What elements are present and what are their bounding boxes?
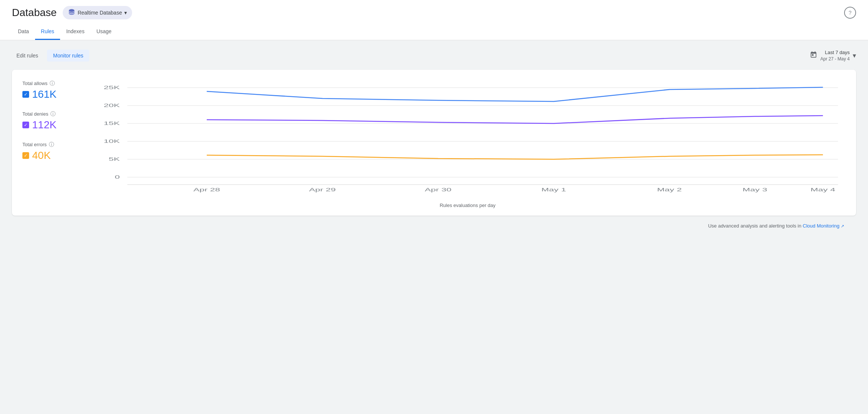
legend-panel: Total allows ⓘ ✓ 161K Total denies ⓘ	[22, 80, 90, 208]
toolbar-right: Last 7 days Apr 27 - May 4 ▾	[810, 49, 856, 62]
svg-text:May 4: May 4	[811, 187, 836, 192]
chart-area: 25K 20K 15K 10K 5K 0 Apr 28 Apr 29 Apr 3…	[90, 80, 846, 208]
legend-errors-label: Total errors	[22, 142, 47, 147]
calendar-icon	[810, 51, 817, 60]
denies-checkbox[interactable]: ✓	[22, 122, 29, 128]
legend-errors-value: ✓ 40K	[22, 150, 81, 161]
svg-text:May 2: May 2	[657, 187, 682, 192]
header-right: ?	[844, 7, 856, 19]
tab-data[interactable]: Data	[12, 24, 35, 40]
date-range-subtitle: Apr 27 - May 4	[820, 56, 850, 62]
help-icon[interactable]: ?	[844, 7, 856, 19]
toolbar: Edit rules Monitor rules Last 7 days Apr…	[12, 49, 856, 62]
tab-rules[interactable]: Rules	[35, 24, 60, 40]
page-header: Database Realtime Database ▾ ? Data Rule…	[0, 0, 868, 40]
svg-text:Apr 28: Apr 28	[193, 187, 220, 192]
footer-text: Use advanced analysis and alerting tools…	[708, 223, 801, 229]
chart-card: Total allows ⓘ ✓ 161K Total denies ⓘ	[12, 70, 856, 216]
database-layers-icon	[68, 8, 75, 17]
date-range-chevron-icon[interactable]: ▾	[853, 51, 856, 60]
svg-text:May 3: May 3	[743, 187, 767, 192]
svg-text:5K: 5K	[109, 157, 120, 161]
legend-denies-value: ✓ 112K	[22, 119, 81, 131]
legend-allows-label: Total allows	[22, 81, 47, 86]
nav-tabs: Data Rules Indexes Usage	[12, 24, 856, 40]
x-axis-label: Rules evaluations per day	[90, 203, 846, 208]
svg-text:10K: 10K	[104, 139, 120, 144]
svg-text:25K: 25K	[104, 85, 120, 90]
footer-note: Use advanced analysis and alerting tools…	[12, 216, 856, 235]
svg-text:Apr 30: Apr 30	[425, 187, 452, 192]
svg-text:Apr 29: Apr 29	[309, 187, 336, 192]
svg-text:15K: 15K	[104, 121, 120, 126]
db-selector-button[interactable]: Realtime Database ▾	[63, 6, 132, 19]
svg-text:20K: 20K	[104, 103, 120, 108]
denies-info-icon[interactable]: ⓘ	[50, 111, 56, 117]
legend-denies: Total denies ⓘ ✓ 112K	[22, 111, 81, 131]
svg-text:0: 0	[115, 175, 120, 179]
chart-container: Total allows ⓘ ✓ 161K Total denies ⓘ	[22, 80, 846, 208]
date-range-title: Last 7 days	[820, 49, 850, 56]
legend-allows: Total allows ⓘ ✓ 161K	[22, 80, 81, 100]
toolbar-left: Edit rules Monitor rules	[12, 50, 89, 62]
legend-denies-label: Total denies	[22, 111, 48, 117]
chart-svg: 25K 20K 15K 10K 5K 0 Apr 28 Apr 29 Apr 3…	[90, 80, 846, 200]
tab-usage[interactable]: Usage	[90, 24, 117, 40]
tab-indexes[interactable]: Indexes	[60, 24, 90, 40]
allows-checkbox[interactable]: ✓	[22, 91, 29, 98]
errors-info-icon[interactable]: ⓘ	[49, 141, 54, 148]
chevron-down-icon: ▾	[124, 10, 127, 16]
date-range: Last 7 days Apr 27 - May 4	[820, 49, 850, 62]
db-selector-label: Realtime Database	[78, 10, 122, 16]
edit-rules-button[interactable]: Edit rules	[12, 50, 43, 62]
page-title: Database	[12, 7, 57, 19]
legend-errors: Total errors ⓘ ✓ 40K	[22, 141, 81, 161]
question-mark: ?	[849, 10, 852, 16]
external-link-icon: ↗	[841, 224, 844, 228]
monitor-rules-button[interactable]: Monitor rules	[47, 50, 89, 62]
errors-checkbox[interactable]: ✓	[22, 152, 29, 159]
legend-allows-value: ✓ 161K	[22, 88, 81, 100]
svg-text:May 1: May 1	[541, 187, 566, 192]
cloud-monitoring-link[interactable]: Cloud Monitoring	[803, 223, 839, 229]
main-content: Edit rules Monitor rules Last 7 days Apr…	[0, 40, 868, 244]
allows-info-icon[interactable]: ⓘ	[50, 80, 55, 87]
